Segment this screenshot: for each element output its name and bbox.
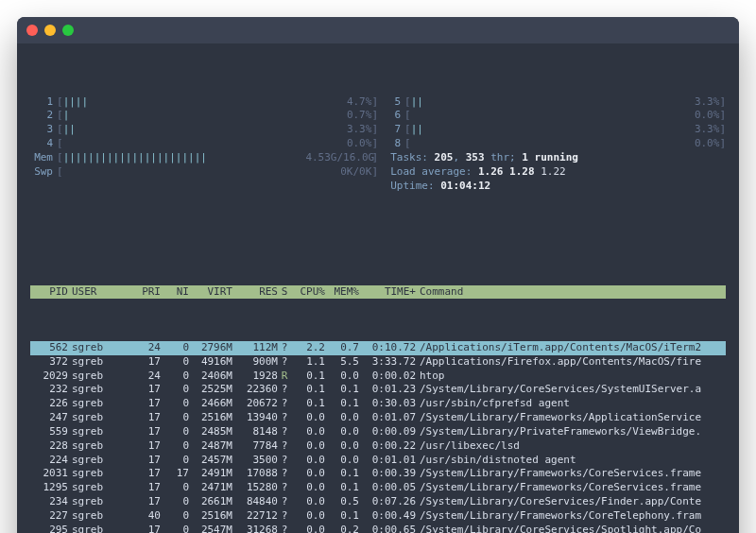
cell-time: 0:00.49 [359, 509, 420, 524]
meter-label: 1 [30, 95, 57, 110]
col-pri[interactable]: PRI [132, 285, 161, 300]
cell-command: /System/Library/Frameworks/CoreTelephony… [420, 509, 726, 524]
process-table-body[interactable]: 562 sgreb 24 0 2796M 112M ? 2.2 0.7 0:10… [30, 341, 726, 533]
cell-virt: 2485M [189, 425, 232, 439]
cell-res: 22360 [232, 383, 278, 397]
cell-cpu: 0.1 [291, 370, 325, 384]
cell-user: sgreb [72, 439, 132, 454]
meter-label: 5 [378, 95, 404, 110]
process-row[interactable]: 232 sgreb 17 0 2525M 22360 ? 0.1 0.1 0:0… [30, 383, 726, 397]
zoom-icon[interactable] [62, 25, 74, 36]
cell-pri: 17 [132, 439, 161, 454]
cell-cpu: 0.0 [291, 495, 325, 509]
col-user[interactable]: USER [72, 285, 132, 300]
col-cpu[interactable]: CPU% [291, 285, 325, 300]
cell-ni: 0 [161, 454, 189, 468]
process-row[interactable]: 2031 sgreb 17 17 2491M 17088 ? 0.0 0.1 0… [30, 467, 726, 481]
cell-pri: 24 [132, 370, 161, 384]
process-row[interactable]: 234 sgreb 17 0 2661M 84840 ? 0.0 0.5 0:0… [30, 495, 726, 509]
terminal-window: 1 [ |||| 4.7% ] 2 [ | 0.7% ] 3 [ || 3.3%… [17, 17, 739, 533]
col-mem[interactable]: MEM% [325, 285, 359, 300]
cell-pid: 2029 [34, 370, 72, 384]
cell-user: sgreb [72, 370, 132, 384]
cell-pid: 1295 [34, 481, 72, 495]
cell-command: /System/Library/Frameworks/ApplicationSe… [420, 411, 726, 425]
process-row[interactable]: 559 sgreb 17 0 2485M 8148 ? 0.0 0.0 0:00… [30, 425, 726, 439]
cell-pid: 234 [34, 495, 72, 509]
cell-virt: 2547M [189, 524, 232, 533]
process-table-header[interactable]: PID USER PRI NI VIRT RES S CPU% MEM% TIM… [30, 285, 726, 300]
col-time[interactable]: TIME+ [359, 285, 420, 300]
cell-mem: 0.2 [325, 524, 359, 533]
cell-ni: 0 [161, 397, 189, 411]
cell-cpu: 0.0 [291, 425, 325, 439]
meter-value: 3.3% [653, 123, 719, 137]
cell-user: sgreb [72, 397, 132, 411]
cell-time: 3:33.72 [359, 355, 420, 370]
cell-pid: 224 [34, 454, 72, 468]
process-row[interactable]: 372 sgreb 17 0 4916M 900M ? 1.1 5.5 3:33… [30, 355, 726, 370]
cell-res: 84840 [232, 495, 278, 509]
titlebar[interactable] [17, 17, 739, 43]
cell-user: sgreb [72, 425, 132, 439]
cell-pri: 17 [132, 411, 161, 425]
cell-pri: 17 [132, 454, 161, 468]
cell-mem: 0.7 [325, 341, 359, 355]
process-row[interactable]: 228 sgreb 17 0 2487M 7784 ? 0.0 0.0 0:00… [30, 439, 726, 454]
col-s[interactable]: S [278, 285, 291, 300]
cell-state: ? [278, 454, 291, 468]
col-pid[interactable]: PID [34, 285, 72, 300]
process-row[interactable]: 226 sgreb 17 0 2466M 20672 ? 0.1 0.1 0:3… [30, 397, 726, 411]
process-row[interactable]: 224 sgreb 17 0 2457M 3500 ? 0.0 0.0 0:01… [30, 454, 726, 468]
meter-row: 1 [ |||| 4.7% ] [30, 95, 378, 110]
meter-row: Swp [ 0K/0K ] [30, 165, 378, 180]
cell-command: /usr/libexec/lsd [420, 439, 726, 454]
cell-pid: 226 [34, 397, 72, 411]
cell-pri: 17 [132, 397, 161, 411]
minimize-icon[interactable] [44, 25, 56, 36]
cell-mem: 0.0 [325, 425, 359, 439]
col-cmd[interactable]: Command [420, 285, 726, 300]
cell-time: 0:00.02 [359, 370, 420, 384]
meter-value: 0.0% [653, 109, 719, 123]
col-virt[interactable]: VIRT [189, 285, 232, 300]
cell-virt: 2516M [189, 509, 232, 524]
meters-panel: 1 [ |||| 4.7% ] 2 [ | 0.7% ] 3 [ || 3.3%… [30, 95, 726, 194]
close-icon[interactable] [26, 25, 38, 36]
cell-cpu: 1.1 [291, 355, 325, 370]
process-row[interactable]: 295 sgreb 17 0 2547M 31268 ? 0.0 0.2 0:0… [30, 524, 726, 533]
meter-label: 6 [378, 109, 404, 123]
cell-command: /System/Library/CoreServices/Spotlight.a… [420, 524, 726, 533]
cell-ni: 0 [161, 355, 189, 370]
cell-res: 3500 [232, 454, 278, 468]
cell-cpu: 0.0 [291, 481, 325, 495]
col-ni[interactable]: NI [161, 285, 189, 300]
process-row[interactable]: 2029 sgreb 24 0 2406M 1928 R 0.1 0.0 0:0… [30, 370, 726, 384]
cell-mem: 0.1 [325, 481, 359, 495]
cell-ni: 0 [161, 495, 189, 509]
meter-row: 8 [ 0.0% ] [378, 137, 726, 151]
cell-command: htop [420, 370, 726, 384]
cell-res: 22712 [232, 509, 278, 524]
cell-ni: 0 [161, 524, 189, 533]
cell-mem: 0.1 [325, 509, 359, 524]
process-row[interactable]: 227 sgreb 40 0 2516M 22712 ? 0.0 0.1 0:0… [30, 509, 726, 524]
cell-res: 17088 [232, 467, 278, 481]
col-res[interactable]: RES [232, 285, 278, 300]
cell-pid: 232 [34, 383, 72, 397]
cell-ni: 0 [161, 411, 189, 425]
cell-cpu: 2.2 [291, 341, 325, 355]
cell-mem: 0.5 [325, 495, 359, 509]
meter-value: 0.0% [653, 137, 719, 151]
cell-cpu: 0.0 [291, 411, 325, 425]
cell-virt: 4916M [189, 355, 232, 370]
meter-row: 2 [ | 0.7% ] [30, 109, 378, 123]
process-row[interactable]: 247 sgreb 17 0 2516M 13940 ? 0.0 0.0 0:0… [30, 411, 726, 425]
cell-state: ? [278, 425, 291, 439]
cell-state: ? [278, 439, 291, 454]
cell-command: /System/Library/CoreServices/SystemUISer… [420, 383, 726, 397]
uptime-line: Uptime: 01:04:12 [378, 180, 726, 194]
process-row[interactable]: 562 sgreb 24 0 2796M 112M ? 2.2 0.7 0:10… [30, 341, 726, 355]
process-row[interactable]: 1295 sgreb 17 0 2471M 15280 ? 0.0 0.1 0:… [30, 481, 726, 495]
meter-label: 7 [378, 123, 404, 137]
